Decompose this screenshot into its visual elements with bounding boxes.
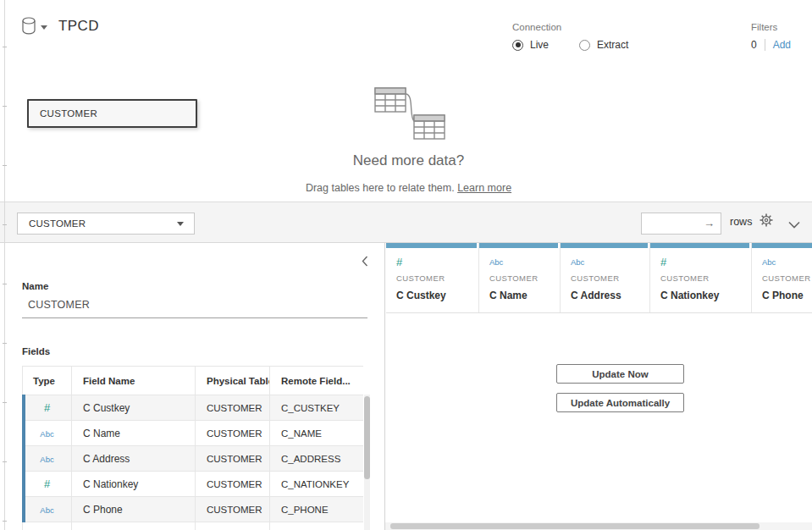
filters-add-link[interactable]: Add <box>773 39 791 51</box>
tableau-datasource-page: TPCD Connection Live Extract Filters 0 A… <box>0 0 812 530</box>
filters-label: Filters <box>751 22 791 32</box>
table-row[interactable]: # C Custkey CUSTOMER C_CUSTKEY <box>23 395 364 421</box>
update-now-button[interactable]: Update Now <box>556 364 684 384</box>
connection-extract-radio[interactable]: Extract <box>579 39 628 51</box>
table-details-panel: Name CUSTOMER Fields Type Field Name Phy… <box>0 243 385 530</box>
col-header-field-name[interactable]: Field Name <box>72 367 196 395</box>
number-type-icon: # <box>660 257 751 268</box>
empty-state-title: Need more data? <box>5 152 812 169</box>
fields-table-scrollbar[interactable] <box>364 395 370 530</box>
database-menu-caret-icon[interactable] <box>41 25 47 30</box>
divider <box>765 39 765 51</box>
column-accent-stripe <box>752 243 812 248</box>
column-accent-stripe <box>561 243 648 248</box>
ruler-tick <box>3 461 7 462</box>
datasource-header: TPCD Connection Live Extract Filters 0 A… <box>0 0 812 76</box>
scrollbar-thumb[interactable] <box>364 396 370 479</box>
ruler-tick <box>3 47 7 47</box>
table-selector-dropdown[interactable]: CUSTOMER <box>17 213 195 235</box>
relationship-canvas: CUSTOMER <box>5 76 812 202</box>
ruler-tick <box>3 224 7 225</box>
collapse-preview-chevron-icon[interactable] <box>788 217 800 232</box>
collapse-panel-icon[interactable] <box>362 255 368 270</box>
ruler-tick <box>3 402 7 403</box>
connection-section: Connection Live Extract <box>512 22 659 51</box>
fields-label: Fields <box>22 346 50 356</box>
radio-unselected-icon[interactable] <box>579 40 590 51</box>
grid-column-c-phone[interactable]: Abc CUSTOMER C Phone <box>752 243 812 312</box>
related-tables-illustration-icon <box>360 83 461 150</box>
canvas-table-customer[interactable]: CUSTOMER <box>27 99 197 128</box>
datasource-title[interactable]: TPCD <box>58 18 99 35</box>
table-row[interactable]: Abc C Address CUSTOMER C_ADDRESS <box>23 446 364 472</box>
radio-selected-icon[interactable] <box>512 40 523 51</box>
left-pane-edge <box>4 0 5 530</box>
data-preview-grid: # CUSTOMER C Custkey Abc CUSTOMER C Name… <box>386 243 812 530</box>
name-value[interactable]: CUSTOMER <box>28 299 90 311</box>
preview-toolbar: CUSTOMER → rows <box>0 202 812 243</box>
ruler-tick <box>3 106 7 107</box>
number-type-icon: # <box>44 401 50 414</box>
filters-count: 0 <box>751 39 757 51</box>
bottom-section: Name CUSTOMER Fields Type Field Name Phy… <box>0 243 812 530</box>
string-type-icon: Abc <box>40 505 53 515</box>
ruler-tick <box>3 165 7 166</box>
row-count-input[interactable] <box>645 213 701 234</box>
number-type-icon: # <box>44 478 50 490</box>
gear-icon[interactable] <box>760 213 773 230</box>
fields-table-header-row: Type Field Name Physical Table Remote Fi… <box>23 367 364 395</box>
column-accent-stripe <box>479 243 558 248</box>
database-icon[interactable] <box>21 17 36 35</box>
ruler-tick <box>3 343 7 344</box>
table-row-partial[interactable] <box>23 522 364 530</box>
scrollbar-thumb[interactable] <box>390 523 760 529</box>
connection-live-radio[interactable]: Live <box>512 39 549 51</box>
grid-header-row: # CUSTOMER C Custkey Abc CUSTOMER C Name… <box>386 243 812 313</box>
string-type-icon: Abc <box>40 455 53 464</box>
table-row[interactable]: Abc C Name CUSTOMER C_NAME <box>23 421 364 446</box>
name-label: Name <box>22 281 48 291</box>
grid-column-c-address[interactable]: Abc CUSTOMER C Address <box>561 243 650 312</box>
string-type-icon: Abc <box>40 429 53 439</box>
update-automatically-button[interactable]: Update Automatically <box>556 393 684 412</box>
ruler-tick <box>3 521 7 522</box>
filters-section: Filters 0 Add <box>751 22 791 51</box>
table-row[interactable]: Abc C Phone CUSTOMER C_PHONE <box>23 497 364 522</box>
chevron-down-icon <box>177 222 184 226</box>
selected-rows-stripe <box>22 395 25 522</box>
string-type-icon: Abc <box>571 257 649 268</box>
row-count-field: → <box>641 213 721 235</box>
col-header-physical-table[interactable]: Physical Table <box>196 367 270 395</box>
connection-label: Connection <box>512 22 659 32</box>
empty-state-hint: Drag tables here to relate them. Learn m… <box>5 182 812 194</box>
column-accent-stripe <box>650 243 749 248</box>
fields-table: Type Field Name Physical Table Remote Fi… <box>22 366 363 530</box>
col-header-remote-field[interactable]: Remote Field... <box>270 367 364 395</box>
table-row[interactable]: # C Nationkey CUSTOMER C_NATIONKEY <box>23 472 364 497</box>
ruler-tick <box>3 284 7 284</box>
col-header-type[interactable]: Type <box>23 367 72 395</box>
number-type-icon: # <box>396 257 478 268</box>
rows-label: rows <box>730 216 752 228</box>
column-accent-stripe <box>386 243 477 248</box>
string-type-icon: Abc <box>762 257 812 268</box>
grid-column-c-custkey[interactable]: # CUSTOMER C Custkey <box>386 243 479 312</box>
grid-column-c-name[interactable]: Abc CUSTOMER C Name <box>479 243 561 312</box>
grid-horizontal-scrollbar[interactable] <box>385 522 812 530</box>
string-type-icon: Abc <box>489 257 560 268</box>
name-input-underline <box>22 317 367 318</box>
learn-more-link[interactable]: Learn more <box>457 182 511 194</box>
grid-column-c-nationkey[interactable]: # CUSTOMER C Nationkey <box>650 243 752 312</box>
apply-rows-arrow-icon[interactable]: → <box>704 217 715 229</box>
